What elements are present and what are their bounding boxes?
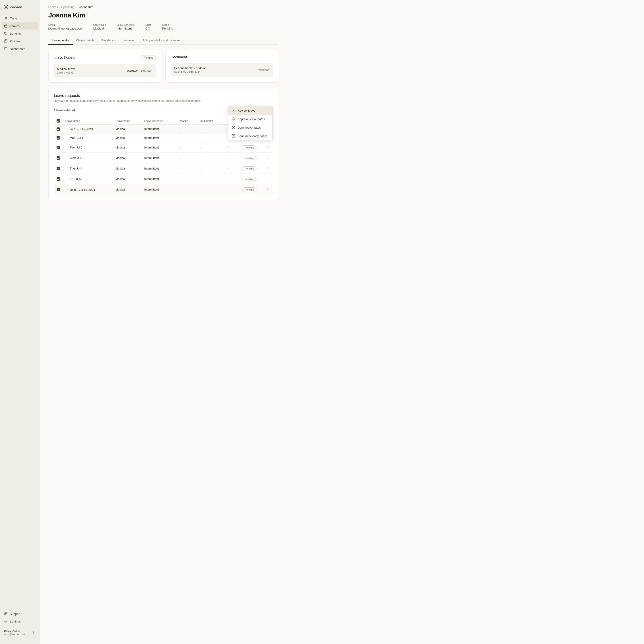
meta-status-label: Status	[162, 23, 173, 26]
breadcrumb-leaves[interactable]: Leaves	[48, 5, 58, 9]
sidebar: cocoon Tasks Leaves Benefits	[0, 0, 40, 644]
td-group2-menu	[262, 184, 273, 195]
td-row4-reason: –	[176, 163, 197, 174]
row4-checkbox[interactable]	[57, 167, 60, 170]
document-icon	[4, 47, 8, 51]
row5-checkbox[interactable]	[57, 177, 60, 181]
row5-menu-button[interactable]	[265, 176, 270, 182]
th-reason: Reason	[176, 117, 197, 125]
td-row4-checkbox	[54, 163, 63, 174]
doc-item: Serious health condition Submitted 06/15…	[171, 63, 273, 76]
td-group1-checkbox	[54, 125, 63, 133]
row-ellipsis-icon	[266, 188, 269, 191]
row1-checkbox[interactable]	[57, 136, 60, 140]
sidebar-item-support[interactable]: Support	[2, 610, 38, 617]
tab-leave-log[interactable]: Leave log	[119, 36, 139, 45]
meta-leave-type-label: Leave type	[93, 23, 106, 26]
doc-item-name: Serious health condition	[174, 66, 206, 70]
td-group1-name: Medical	[113, 125, 142, 133]
document-card-header: Document	[171, 55, 273, 59]
expand-icon-group1[interactable]	[65, 127, 69, 131]
row4-menu-button[interactable]	[265, 166, 270, 171]
group1-checkbox[interactable]	[57, 127, 60, 131]
svg-point-24	[33, 631, 34, 632]
sidebar-item-leaves-label: Leaves	[10, 24, 20, 28]
action-dropdown-menu: Review leave Approve leave dates	[228, 106, 273, 140]
td-row4-total-hours: –	[197, 163, 224, 174]
td-row3-schedule: Intermittent	[142, 153, 176, 163]
leave-item-sub: 2 work weeks	[57, 71, 76, 74]
tab-pay-details[interactable]: Pay details	[98, 36, 119, 45]
row-ellipsis-icon	[266, 146, 269, 149]
svg-point-43	[267, 169, 267, 169]
td-row2-date: Tue, Jul 2	[63, 142, 113, 153]
sidebar-item-settings[interactable]: Settings	[2, 618, 38, 625]
dropdown-item-deficiency[interactable]: Send deficiency notice	[228, 132, 272, 140]
td-group1-total-hours: –	[197, 125, 224, 133]
td-row5-date: Fri, Jul 5	[63, 174, 113, 184]
dropdown-item-approve-label: Approve leave dates	[237, 117, 265, 121]
td-row5-checkbox	[54, 174, 63, 184]
table-row: Fri, Jul 5 Medical Intermittent – – – Pe…	[54, 174, 273, 184]
svg-point-44	[267, 178, 267, 178]
dropdown-item-review-leave[interactable]: Review leave	[228, 106, 272, 115]
tab-policy-eligibility[interactable]: Policy eligibility and balances	[139, 36, 184, 45]
tab-claims-details[interactable]: Claims details	[73, 36, 98, 45]
td-row5-reason: –	[176, 174, 197, 184]
svg-rect-32	[232, 135, 235, 137]
row3-menu-button[interactable]	[265, 155, 270, 161]
chevron-down-icon	[66, 188, 68, 191]
download-link[interactable]: Download	[256, 68, 269, 72]
breadcrumb-current: Joanna Kim	[78, 5, 93, 9]
dropdown-item-approve[interactable]: Approve leave dates	[228, 115, 272, 123]
sidebar-item-leaves[interactable]: Leaves	[2, 22, 38, 30]
td-row4-date: Thu, Jul 4	[63, 163, 113, 174]
td-row2-total: –	[224, 142, 239, 153]
sidebar-item-tasks[interactable]: Tasks	[2, 15, 38, 22]
meta-state: State CA	[145, 23, 151, 30]
dropdown-item-deny-label: Deny leave dates	[237, 126, 261, 129]
td-group2-status: Pending	[239, 184, 262, 195]
document-card-title: Document	[171, 55, 187, 59]
td-row4-total: –	[224, 163, 239, 174]
status-badge: Pending	[242, 166, 256, 171]
main-content-area: Leaves › Upcoming › Joanna Kim Joanna Ki…	[40, 0, 644, 644]
breadcrumb-upcoming[interactable]: Upcoming	[61, 5, 74, 9]
document-card: Document Serious health condition Submit…	[165, 50, 278, 83]
meta-leave-schedule: Leave schedule Intermittent	[117, 23, 135, 30]
group2-checkbox[interactable]	[57, 188, 60, 191]
user-menu-button[interactable]	[31, 630, 36, 635]
meta-leave-type: Leave type Medical	[93, 23, 106, 30]
meta-row: Email joanna@monospace.com Leave type Me…	[48, 23, 278, 30]
sidebar-item-policies[interactable]: Policies	[2, 38, 38, 45]
td-group2-reason: –	[176, 184, 197, 195]
row2-checkbox[interactable]	[57, 146, 60, 149]
leave-item-info: Medical leave 2 work weeks	[57, 67, 76, 74]
th-leave-schedule: Leave schedule	[142, 117, 176, 125]
td-group2-total-hours: –	[197, 184, 224, 195]
svg-point-35	[267, 146, 267, 147]
app-logo: cocoon	[0, 4, 40, 15]
table-row: Wed, Jul 3 Medical Intermittent – – – Pe…	[54, 153, 273, 163]
td-row2-name: Medical	[113, 142, 142, 153]
td-row3-name: Medical	[113, 153, 142, 163]
svg-point-36	[267, 147, 267, 148]
row2-menu-button[interactable]	[265, 145, 270, 150]
sidebar-item-benefits[interactable]: Benefits	[2, 30, 38, 37]
group2-menu-button[interactable]	[265, 187, 270, 192]
leave-item-name: Medical leave	[57, 67, 76, 71]
dropdown-item-deny[interactable]: Deny leave dates	[228, 123, 272, 132]
tab-leave-details[interactable]: Leave details	[48, 36, 73, 45]
sidebar-item-documents[interactable]: Documents	[2, 45, 38, 52]
selected-count: 3 items selected	[54, 109, 75, 112]
expand-icon-group2[interactable]	[65, 188, 69, 191]
td-row5-menu	[262, 174, 273, 184]
row3-checkbox[interactable]	[57, 156, 60, 160]
td-group2-name: Medical	[113, 184, 142, 195]
row-ellipsis-icon	[266, 177, 269, 180]
svg-point-37	[267, 148, 267, 148]
svg-point-26	[33, 633, 34, 634]
select-all-checkbox[interactable]	[57, 119, 60, 123]
sidebar-item-documents-label: Documents	[10, 47, 25, 51]
td-row1-date: Mon, Jul 1	[63, 133, 113, 142]
